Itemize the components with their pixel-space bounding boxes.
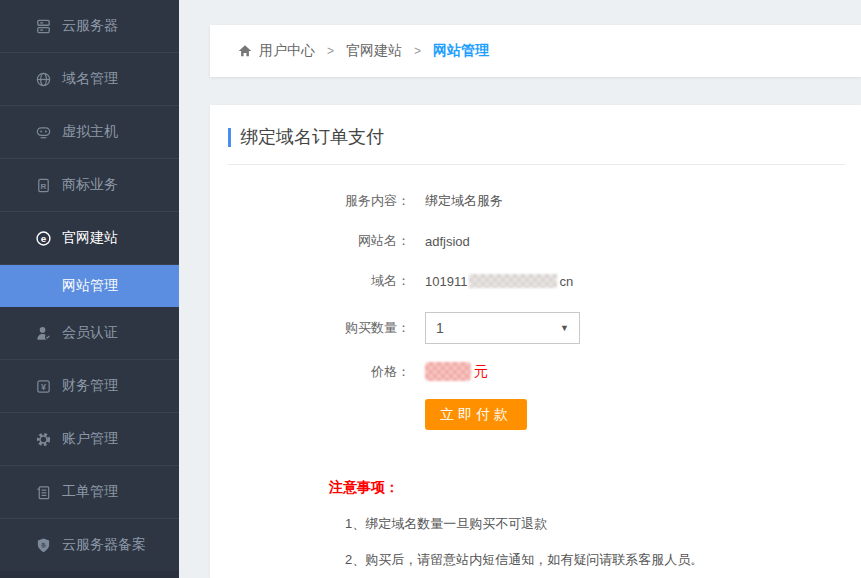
quantity-label: 购买数量： bbox=[210, 319, 410, 337]
home-icon bbox=[237, 43, 253, 59]
sidebar-item-label: 账户管理 bbox=[62, 430, 118, 448]
price-redacted-blur bbox=[425, 362, 471, 381]
website-icon: e bbox=[34, 229, 52, 247]
sitename-label: 网站名： bbox=[210, 232, 410, 250]
form-row-service: 服务内容： 绑定域名服务 bbox=[210, 192, 861, 210]
sidebar-item-label: 云服务器 bbox=[62, 17, 118, 35]
form-row-sitename: 网站名： adfjsiod bbox=[210, 232, 861, 250]
notes-title: 注意事项： bbox=[329, 479, 861, 497]
svg-text:¥: ¥ bbox=[41, 382, 46, 392]
svg-text:e: e bbox=[40, 232, 46, 243]
price-value: 元 bbox=[425, 362, 488, 381]
breadcrumb-website-building[interactable]: 官网建站 bbox=[346, 42, 402, 60]
breadcrumb-label: 官网建站 bbox=[346, 42, 402, 60]
breadcrumb-label: 网站管理 bbox=[433, 42, 489, 60]
sidebar-item-cloud-server[interactable]: 云服务器 bbox=[0, 0, 179, 53]
service-value: 绑定域名服务 bbox=[425, 192, 503, 210]
quantity-select[interactable]: 1 ▼ bbox=[425, 312, 580, 344]
sidebar-bottom-strip bbox=[0, 571, 179, 578]
sidebar-item-work-order[interactable]: 工单管理 bbox=[0, 466, 179, 519]
sidebar-item-account[interactable]: 账户管理 bbox=[0, 413, 179, 466]
breadcrumb-separator: > bbox=[414, 44, 421, 58]
gear-icon bbox=[34, 430, 52, 448]
sidebar-item-domain-management[interactable]: 域名管理 bbox=[0, 53, 179, 106]
member-check-icon bbox=[34, 324, 52, 342]
sidebar-item-label: 云服务器备案 bbox=[62, 536, 146, 554]
order-form: 服务内容： 绑定域名服务 网站名： adfjsiod 域名： 101911 cn… bbox=[210, 192, 861, 430]
domain-value: 101911 cn bbox=[425, 274, 573, 289]
card-title-row: 绑定域名订单支付 bbox=[228, 125, 845, 165]
sidebar-item-label: 财务管理 bbox=[62, 377, 118, 395]
sidebar-item-label: 商标业务 bbox=[62, 176, 118, 194]
note-item: 2、购买后，请留意站内短信通知，如有疑问请联系客服人员。 bbox=[345, 551, 861, 569]
breadcrumb-separator: > bbox=[327, 44, 334, 58]
title-accent-bar bbox=[228, 128, 231, 147]
yen-icon: ¥ bbox=[34, 377, 52, 395]
server-icon bbox=[34, 17, 52, 35]
svg-text:备: 备 bbox=[40, 542, 46, 548]
domain-prefix: 101911 bbox=[425, 274, 467, 289]
pay-now-button[interactable]: 立即付款 bbox=[425, 399, 527, 430]
service-label: 服务内容： bbox=[210, 192, 410, 210]
breadcrumb-label: 用户中心 bbox=[259, 42, 315, 60]
breadcrumb-website-management[interactable]: 网站管理 bbox=[433, 42, 489, 60]
sidebar-item-label: 会员认证 bbox=[62, 324, 118, 342]
sitename-value: adfjsiod bbox=[425, 234, 470, 249]
sidebar-item-server-filing[interactable]: 备 云服务器备案 bbox=[0, 519, 179, 572]
sidebar-item-label: 虚拟主机 bbox=[62, 123, 118, 141]
sidebar-item-finance[interactable]: ¥ 财务管理 bbox=[0, 360, 179, 413]
sidebar-item-label: 官网建站 bbox=[62, 229, 118, 247]
svg-text:R: R bbox=[40, 181, 46, 190]
notes-section: 注意事项： 1、绑定域名数量一旦购买不可退款 2、购买后，请留意站内短信通知，如… bbox=[329, 479, 861, 569]
form-row-price: 价格： 元 bbox=[210, 362, 861, 381]
order-payment-card: 绑定域名订单支付 服务内容： 绑定域名服务 网站名： adfjsiod 域名： … bbox=[210, 105, 861, 578]
sidebar-subitem-label: 网站管理 bbox=[62, 277, 118, 295]
price-unit: 元 bbox=[474, 363, 488, 381]
sidebar-item-website-building[interactable]: e 官网建站 bbox=[0, 212, 179, 265]
form-row-domain: 域名： 101911 cn bbox=[210, 272, 861, 290]
breadcrumb: 用户中心 > 官网建站 > 网站管理 bbox=[210, 25, 861, 77]
sidebar: 云服务器 域名管理 虚拟主机 R bbox=[0, 0, 179, 578]
shield-icon: 备 bbox=[34, 536, 52, 554]
price-label: 价格： bbox=[210, 363, 410, 381]
breadcrumb-user-center[interactable]: 用户中心 bbox=[237, 42, 315, 60]
caret-down-icon: ▼ bbox=[560, 323, 569, 333]
quantity-selected-value: 1 bbox=[436, 320, 444, 336]
sidebar-item-virtual-host[interactable]: 虚拟主机 bbox=[0, 106, 179, 159]
note-item: 1、绑定域名数量一旦购买不可退款 bbox=[345, 515, 861, 533]
sidebar-subitem-website-management[interactable]: 网站管理 bbox=[0, 265, 179, 307]
domain-label: 域名： bbox=[210, 272, 410, 290]
sidebar-item-member-auth[interactable]: 会员认证 bbox=[0, 307, 179, 360]
work-order-icon bbox=[34, 483, 52, 501]
page-title: 绑定域名订单支付 bbox=[240, 125, 384, 149]
domain-redacted-blur bbox=[469, 274, 557, 288]
sidebar-item-trademark[interactable]: R 商标业务 bbox=[0, 159, 179, 212]
trademark-icon: R bbox=[34, 176, 52, 194]
sidebar-item-label: 工单管理 bbox=[62, 483, 118, 501]
host-icon bbox=[34, 123, 52, 141]
globe-icon bbox=[34, 70, 52, 88]
domain-suffix: cn bbox=[559, 274, 573, 289]
sidebar-item-label: 域名管理 bbox=[62, 70, 118, 88]
form-row-quantity: 购买数量： 1 ▼ bbox=[210, 312, 861, 344]
